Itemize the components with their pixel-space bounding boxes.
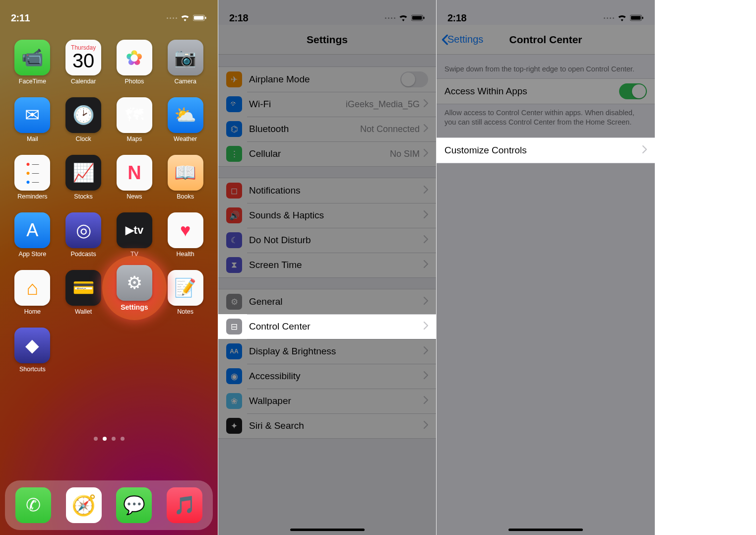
row-general[interactable]: ⚙General bbox=[218, 289, 436, 314]
row-display-brightness[interactable]: AADisplay & Brightness bbox=[218, 339, 436, 364]
row-wallpaper[interactable]: ❀Wallpaper bbox=[218, 389, 436, 413]
home-indicator[interactable] bbox=[290, 529, 365, 531]
row-accessibility[interactable]: ◉Accessibility bbox=[218, 364, 436, 389]
row-icon: ❀ bbox=[226, 393, 242, 409]
row-control-center[interactable]: ⊟Control Center bbox=[218, 314, 436, 339]
app-wallet[interactable]: 💳Wallet bbox=[61, 270, 106, 315]
app-icon: ⌂ bbox=[14, 270, 50, 306]
page-indicator[interactable] bbox=[0, 437, 218, 441]
app-icon: ✉ bbox=[14, 97, 50, 133]
app-mail[interactable]: ✉Mail bbox=[10, 97, 55, 142]
row-do-not-disturb[interactable]: ☾Do Not Disturb bbox=[218, 228, 436, 253]
row-icon: 🔊 bbox=[226, 207, 242, 223]
app-label: Mail bbox=[27, 135, 38, 142]
row-airplane-mode[interactable]: ✈Airplane Mode bbox=[218, 67, 436, 92]
dock-app-phone[interactable]: ✆ bbox=[15, 487, 51, 523]
row-label: Airplane Mode bbox=[249, 74, 400, 85]
back-button[interactable]: Settings bbox=[441, 34, 483, 45]
app-reminders[interactable]: ● —● —● —Reminders bbox=[10, 155, 55, 200]
status-bar: 2:18 bbox=[437, 0, 655, 25]
app-label: Podcasts bbox=[70, 251, 96, 258]
row-label: Wallpaper bbox=[249, 396, 424, 406]
nav-bar: Settings Control Center bbox=[437, 25, 655, 55]
app-calendar[interactable]: Thursday30Calendar bbox=[61, 40, 106, 85]
row-label: Cellular bbox=[249, 148, 390, 159]
wifi-icon bbox=[617, 12, 627, 24]
row-sounds-haptics[interactable]: 🔊Sounds & Haptics bbox=[218, 203, 436, 228]
app-shortcuts[interactable]: ◆Shortcuts bbox=[10, 328, 55, 373]
app-settings[interactable]: ⚙Settings bbox=[112, 265, 157, 311]
status-time: 2:18 bbox=[229, 12, 248, 24]
row-access-within-apps[interactable]: Access Within Apps bbox=[437, 79, 655, 104]
row-customize-controls[interactable]: Customize Controls bbox=[437, 138, 655, 163]
app-label: Maps bbox=[127, 135, 142, 142]
app-icon: Thursday30 bbox=[65, 40, 101, 75]
row-value: iGeeks_Media_5G bbox=[346, 99, 420, 110]
back-label: Settings bbox=[447, 34, 483, 45]
app-label: Camera bbox=[174, 78, 196, 85]
app-label: Health bbox=[177, 251, 194, 258]
app-maps[interactable]: 🗺Maps bbox=[112, 97, 157, 142]
nav-title: Control Center bbox=[509, 34, 582, 46]
app-icon: 📖 bbox=[168, 155, 203, 191]
dock-app-music[interactable]: 🎵 bbox=[167, 487, 202, 523]
row-wi-fi[interactable]: ᯤWi-FiiGeeks_Media_5G bbox=[218, 92, 436, 117]
switch-access-within-apps[interactable] bbox=[619, 83, 647, 99]
settings-list[interactable]: ✈Airplane ModeᯤWi-FiiGeeks_Media_5G⌬Blue… bbox=[218, 55, 436, 535]
app-icon: 💳 bbox=[65, 270, 101, 306]
app-podcasts[interactable]: ◎Podcasts bbox=[61, 212, 106, 258]
panel-control-center: 2:18 Settings Control Center Swipe down … bbox=[437, 0, 655, 535]
row-bluetooth[interactable]: ⌬BluetoothNot Connected bbox=[218, 117, 436, 141]
row-icon: ⧗ bbox=[226, 257, 242, 273]
app-weather[interactable]: ⛅Weather bbox=[163, 97, 208, 142]
chevron-right-icon bbox=[424, 99, 428, 109]
app-home[interactable]: ⌂Home bbox=[10, 270, 55, 315]
app-app-store[interactable]: AApp Store bbox=[10, 212, 55, 258]
status-time: 2:18 bbox=[447, 12, 466, 24]
row-icon: ✦ bbox=[226, 418, 242, 434]
row-cellular[interactable]: ⋮CellularNo SIM bbox=[218, 141, 436, 166]
row-label: Wi-Fi bbox=[249, 99, 346, 110]
row-icon: ⋮ bbox=[226, 146, 242, 162]
row-icon: ⊟ bbox=[226, 319, 242, 334]
app-label: Reminders bbox=[17, 193, 47, 200]
dock-app-safari[interactable]: 🧭 bbox=[66, 487, 102, 523]
row-siri-search[interactable]: ✦Siri & Search bbox=[218, 413, 436, 438]
app-tv[interactable]: ▶tvTV bbox=[112, 212, 157, 258]
panel-settings: 2:18 Settings ✈Airplane ModeᯤWi-FiiGeeks… bbox=[218, 0, 437, 535]
row-icon: ◉ bbox=[226, 368, 242, 384]
app-stocks[interactable]: 📈Stocks bbox=[61, 155, 106, 200]
chevron-right-icon bbox=[424, 322, 428, 332]
status-icons bbox=[385, 12, 425, 24]
row-value: Not Connected bbox=[360, 124, 420, 134]
app-news[interactable]: NNews bbox=[112, 155, 157, 200]
row-label: Sounds & Haptics bbox=[249, 210, 424, 221]
dock-app-messages[interactable]: 💬 bbox=[116, 487, 152, 523]
app-notes[interactable]: 📝Notes bbox=[163, 270, 208, 315]
row-icon: ⚙ bbox=[226, 294, 242, 310]
svg-rect-7 bbox=[631, 16, 641, 19]
app-photos[interactable]: ✿Photos bbox=[112, 40, 157, 85]
app-camera[interactable]: 📷Camera bbox=[163, 40, 208, 85]
app-clock[interactable]: 🕑Clock bbox=[61, 97, 106, 142]
app-label: Books bbox=[177, 193, 194, 200]
access-within-apps-group: Access Within Apps bbox=[437, 78, 655, 104]
battery-icon bbox=[411, 12, 425, 24]
app-label: App Store bbox=[19, 251, 47, 258]
app-icon: ● —● —● — bbox=[14, 155, 50, 191]
app-health[interactable]: ♥Health bbox=[163, 212, 208, 258]
home-indicator[interactable] bbox=[508, 529, 583, 531]
switch[interactable] bbox=[400, 71, 428, 87]
svg-rect-1 bbox=[194, 16, 204, 19]
row-label: Access Within Apps bbox=[444, 86, 619, 97]
row-screen-time[interactable]: ⧗Screen Time bbox=[218, 253, 436, 277]
app-books[interactable]: 📖Books bbox=[163, 155, 208, 200]
nav-bar: Settings bbox=[218, 25, 436, 55]
panel-home-screen: 2:11 📹FaceTimeThursday30Calendar✿Photos📷… bbox=[0, 0, 218, 535]
chevron-right-icon bbox=[424, 396, 428, 406]
settings-group: ⚙General⊟Control CenterAADisplay & Brigh… bbox=[218, 289, 436, 439]
row-notifications[interactable]: ◻Notifications bbox=[218, 178, 436, 203]
dock: ✆🧭💬🎵 bbox=[5, 480, 213, 530]
row-label: Control Center bbox=[249, 321, 424, 332]
app-facetime[interactable]: 📹FaceTime bbox=[10, 40, 55, 85]
